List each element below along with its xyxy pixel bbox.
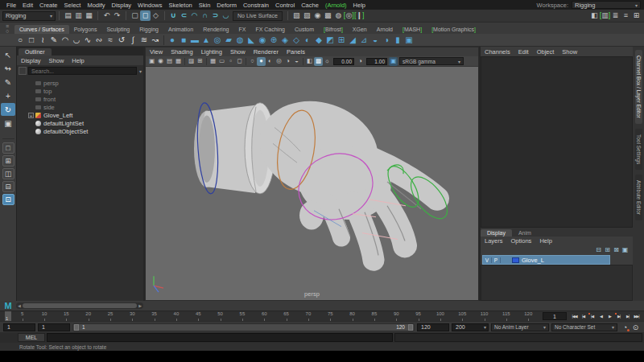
timeline-tick[interactable]: 80 <box>341 311 363 321</box>
outliner-menu-item[interactable]: Help <box>68 57 88 64</box>
shelf-tab[interactable]: Rigging <box>134 25 163 34</box>
side-panel-tab[interactable]: Attribute Editor <box>635 175 642 220</box>
menu-item[interactable]: Skeleton <box>166 2 196 9</box>
film-gate-icon[interactable]: ▭ <box>217 57 226 66</box>
shelf-tab[interactable]: Curves / Surfaces <box>14 25 69 34</box>
menu-item[interactable]: Select <box>61 2 85 9</box>
add-points-tool-icon[interactable]: ∾ <box>93 35 105 46</box>
timeline-tick[interactable]: 55 <box>231 311 253 321</box>
layer-editor-menu-item[interactable]: Layers <box>481 237 507 245</box>
poly-cylinder-icon[interactable]: ▬ <box>189 35 200 46</box>
character-set-selector[interactable]: No Character Set▾ <box>551 323 617 331</box>
layers-sort-icon[interactable]: ⊟ <box>594 246 603 255</box>
expand-toggle[interactable]: + <box>28 113 34 118</box>
menu-item[interactable]: Constrain <box>240 2 272 9</box>
snap-to-grid-icon[interactable]: ∪ <box>168 10 179 21</box>
tool-settings-toggle-icon[interactable]: ⊞ <box>631 10 642 21</box>
viewport-menu-item[interactable]: Renderer <box>250 48 283 56</box>
arc-three-point-icon[interactable]: ◠ <box>60 35 71 46</box>
menu-set-selector[interactable]: Rigging ▾ <box>2 11 56 21</box>
menu-item[interactable]: Create <box>36 2 61 9</box>
scrollbar-thumb[interactable] <box>23 303 137 308</box>
poly-platonic-icon[interactable]: ◇ <box>291 35 302 46</box>
textured-icon[interactable]: ◐ <box>266 57 275 66</box>
viewport-canvas[interactable]: persp <box>146 67 478 300</box>
menu-item[interactable]: Modify <box>84 2 108 9</box>
insert-knot-icon[interactable]: ↺ <box>116 35 127 46</box>
combine-icon[interactable]: ⊞ <box>336 35 347 46</box>
side-panel-tab[interactable]: Channel Box / Layer Editor <box>635 50 642 124</box>
scroll-right-icon[interactable]: ▶ <box>138 303 142 308</box>
outliner-item[interactable]: + Glove_Left <box>17 111 143 119</box>
play-forwards-button[interactable]: ▶ <box>605 312 614 321</box>
paint-selection-tool-icon[interactable]: ✎ <box>1 76 15 88</box>
select-hierarchy-icon[interactable]: ▢ <box>130 10 140 21</box>
outliner-tab[interactable]: Outliner <box>19 48 52 56</box>
live-surface-field[interactable]: No Live Surface <box>233 11 283 21</box>
modeling-toolkit-icon[interactable]: ◧ <box>589 10 600 21</box>
single-pane-layout-icon[interactable]: □ <box>2 142 14 154</box>
bookmarks-icon[interactable]: ▦ <box>174 57 183 66</box>
separator[interactable] <box>303 58 303 65</box>
shelf-tab[interactable]: Sculpting <box>101 25 134 34</box>
viewport-menu-item[interactable]: Panels <box>283 48 309 56</box>
mel-mode-button[interactable]: MEL <box>18 333 45 342</box>
timeline-tick[interactable]: 35 <box>143 311 165 321</box>
command-input[interactable] <box>47 333 393 342</box>
channel-box-menu-item[interactable]: Show <box>558 48 581 56</box>
make-live-icon[interactable]: ◡ <box>221 10 231 21</box>
channel-box-menu-item[interactable]: Channels <box>481 48 514 56</box>
image-plane-icon[interactable]: ▨ <box>187 57 196 66</box>
scale-tool-icon[interactable]: ▣ <box>1 117 15 130</box>
timeline-tick[interactable]: 65 <box>275 311 297 321</box>
nurbs-square-icon[interactable]: □ <box>26 35 37 46</box>
layer-playback-toggle[interactable]: P <box>492 257 501 263</box>
shelf-tab[interactable]: Arnold <box>372 25 398 34</box>
outliner-item[interactable]: front <box>17 95 143 103</box>
timeline-tick[interactable]: 75 <box>320 311 341 321</box>
anim-layer-selector[interactable]: No Anim Layer▾ <box>491 323 549 331</box>
wireframe-icon[interactable]: ○ <box>248 57 257 66</box>
snap-to-point-icon[interactable]: ◠ <box>189 10 200 21</box>
outliner-menu-item[interactable]: Show <box>45 57 68 64</box>
viewport-menu-item[interactable]: Shading <box>167 48 197 56</box>
layer-editor-tab[interactable]: Display <box>481 229 512 237</box>
timeline-tick[interactable]: 5 <box>11 311 33 321</box>
channel-box-menu-item[interactable]: Object <box>533 48 559 56</box>
grid-icon[interactable]: ▦ <box>208 57 217 66</box>
animation-preferences-icon[interactable]: ⊙ <box>630 322 641 332</box>
attribute-editor-toggle-icon[interactable]: ≡ <box>621 10 631 21</box>
expand-toggle[interactable] <box>28 105 34 110</box>
ipr-render-icon[interactable]: ◉ <box>312 10 323 21</box>
poly-disc-icon[interactable]: ◍ <box>234 35 246 46</box>
light-editor-icon[interactable]: [◎] <box>344 10 354 21</box>
extrude-icon[interactable]: ◢ <box>347 35 358 46</box>
outliner-item[interactable]: persp <box>17 79 143 87</box>
camera-attributes-icon[interactable]: ▤ <box>165 57 174 66</box>
outliner-item[interactable]: defaultObjectSet <box>17 127 143 135</box>
undo-icon[interactable]: ↶ <box>101 10 112 21</box>
move-tool-icon[interactable]: + <box>1 89 15 102</box>
separator[interactable] <box>184 58 185 65</box>
shelf-tab[interactable]: FX Caching <box>250 25 290 34</box>
add-layer-from-selected-icon[interactable]: ⊠ <box>612 246 621 255</box>
rotate-tool-icon[interactable]: ↻ <box>1 103 15 116</box>
expand-toggle[interactable] <box>28 121 34 126</box>
timeline-tick[interactable]: 120 <box>518 311 539 321</box>
bspline-curve-icon[interactable]: ∿ <box>82 35 93 46</box>
render-view-icon[interactable]: ▧ <box>291 10 302 21</box>
filter-icon[interactable] <box>19 67 27 75</box>
play-backwards-button[interactable]: ◀ <box>597 312 605 321</box>
shelf-tab[interactable]: FX <box>233 25 250 34</box>
poly-torus-icon[interactable]: ◎ <box>212 35 223 46</box>
timeline-tick[interactable]: 60 <box>254 311 275 321</box>
timeline-tick[interactable]: 45 <box>188 311 209 321</box>
menu-item[interactable]: Help <box>350 2 369 9</box>
timeline-tick[interactable]: 105 <box>452 311 473 321</box>
select-camera-icon[interactable]: ▣ <box>147 57 156 66</box>
go-to-start-button[interactable]: |◀◀ <box>570 312 579 321</box>
range-slider[interactable]: 1 120 <box>72 323 415 331</box>
xray-icon[interactable]: ▩ <box>314 57 323 66</box>
auto-keyframe-icon[interactable]: ◔ <box>620 322 630 332</box>
bevel-icon[interactable]: ⊿ <box>358 35 369 46</box>
